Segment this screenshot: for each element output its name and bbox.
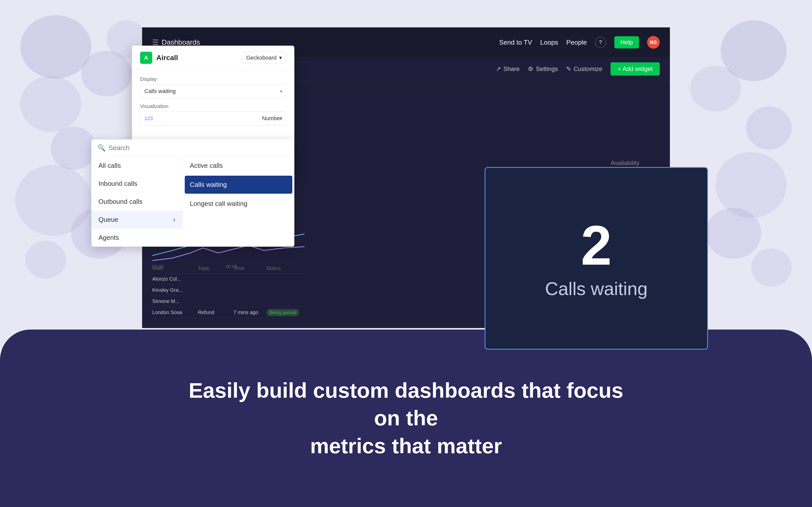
availability-label: Availability — [611, 160, 640, 167]
search-bar: 🔍 — [91, 139, 294, 157]
blob-decoration — [20, 76, 81, 132]
bottom-section: Easily build custom dashboards that focu… — [0, 330, 812, 507]
visualization-icon: 123 — [144, 116, 153, 121]
user-cell: Simone M... — [152, 298, 198, 304]
widget-label: Calls waiting — [545, 278, 648, 299]
display-select-wrapper: Calls waiting — [140, 84, 286, 98]
dropdown-right-column: Active calls Calls waiting Longest call … — [183, 157, 294, 247]
aircall-logo: A — [140, 52, 152, 64]
blob-decoration — [746, 107, 792, 150]
blob-decoration — [751, 248, 792, 286]
table-row: London Sosa Refund 7 mins ago Being serv… — [152, 307, 305, 318]
bottom-heading: Easily build custom dashboards that focu… — [177, 377, 635, 460]
dropdown-item-longest-call-waiting[interactable]: Longest call waiting — [183, 195, 294, 213]
user-cell: Alonzo Col... — [152, 276, 198, 282]
send-to-tv-link[interactable]: Send to TV — [499, 39, 532, 46]
search-icon: 🔍 — [97, 144, 106, 152]
header-status: Status — [266, 266, 305, 271]
dropdown-menu: 🔍 All calls Inbound calls Outbound calls… — [91, 139, 294, 247]
workspace-dropdown[interactable]: Geckoboard ▾ — [242, 52, 286, 64]
table-header: User Topic Time Status — [152, 263, 305, 274]
dropdown-columns: All calls Inbound calls Outbound calls Q… — [91, 157, 294, 247]
help-button[interactable]: Help — [614, 36, 639, 48]
blob-decoration — [20, 15, 91, 78]
dropdown-item-calls-waiting[interactable]: Calls waiting — [185, 176, 292, 194]
status-cell: Being served — [266, 309, 305, 315]
dropdown-item-active-calls[interactable]: Active calls — [183, 157, 294, 175]
visualization-label: Visualization — [140, 103, 286, 109]
nav-right: Send to TV Loops People ? Help NS — [499, 36, 660, 49]
blob-decoration — [690, 66, 741, 112]
visualization-select-wrapper: 123 Number — [140, 111, 286, 125]
panel-body: Display Calls waiting Visualization 123 … — [132, 70, 294, 136]
blob-decoration — [51, 127, 96, 170]
panel-title: Aircall — [156, 54, 178, 62]
user-cell: London Sosa — [152, 309, 198, 315]
customize-button[interactable]: ✎ Customize — [566, 65, 602, 72]
calls-waiting-widget: 2 Calls waiting — [485, 167, 708, 350]
blob-decoration — [705, 208, 761, 259]
dropdown-item-queue[interactable]: Queue › — [91, 211, 183, 229]
time-cell: 7 mins ago — [234, 309, 266, 315]
visualization-select[interactable]: 123 Number — [140, 111, 286, 125]
people-link[interactable]: People — [566, 39, 587, 46]
widget-number: 2 — [581, 218, 612, 273]
topic-cell: Refund — [198, 309, 234, 315]
chevron-right-icon: › — [173, 216, 175, 224]
table-area: User Topic Time Status Alonzo Col... Kin… — [152, 263, 305, 318]
display-select[interactable]: Calls waiting — [140, 84, 286, 98]
display-form-group: Display Calls waiting — [140, 76, 286, 98]
dropdown-inner: 🔍 All calls Inbound calls Outbound calls… — [91, 139, 294, 247]
dropdown-item-all-calls[interactable]: All calls — [91, 157, 183, 175]
chevron-down-icon: ▾ — [279, 55, 282, 61]
user-cell: Kinsley Gra... — [152, 287, 198, 293]
table-row: Kinsley Gra... — [152, 285, 305, 296]
question-icon[interactable]: ? — [595, 37, 606, 48]
user-avatar[interactable]: NS — [647, 36, 660, 49]
hamburger-icon[interactable]: ☰ — [152, 38, 159, 47]
search-input[interactable] — [109, 144, 288, 152]
nav-dashboards[interactable]: ☰ Dashboards — [152, 38, 200, 47]
header-user: User — [152, 266, 198, 271]
table-row: Alonzo Col... — [152, 274, 305, 285]
dashboards-label: Dashboards — [162, 38, 200, 46]
share-icon: ↗ — [496, 65, 501, 72]
status-badge: Being served — [266, 309, 299, 316]
dropdown-item-inbound-calls[interactable]: Inbound calls — [91, 175, 183, 193]
blob-decoration — [716, 152, 786, 218]
header-topic: Topic — [198, 266, 234, 271]
panel-header: A Aircall Geckoboard ▾ — [132, 46, 294, 70]
dropdown-item-outbound-calls[interactable]: Outbound calls — [91, 193, 183, 211]
share-button[interactable]: ↗ Share — [496, 65, 520, 72]
table-row: Simone M... — [152, 296, 305, 307]
loops-link[interactable]: Loops — [540, 39, 558, 46]
dropdown-left-column: All calls Inbound calls Outbound calls Q… — [91, 157, 183, 247]
visualization-form-group: Visualization 123 Number — [140, 103, 286, 125]
add-widget-button[interactable]: + Add widget — [611, 62, 660, 75]
header-time: Time — [234, 266, 266, 271]
display-label: Display — [140, 76, 286, 82]
settings-icon: ⚙ — [528, 65, 534, 72]
dropdown-item-agents[interactable]: Agents — [91, 229, 183, 247]
blob-decoration — [26, 241, 66, 279]
customize-icon: ✎ — [566, 65, 571, 72]
settings-button[interactable]: ⚙ Settings — [528, 65, 558, 72]
